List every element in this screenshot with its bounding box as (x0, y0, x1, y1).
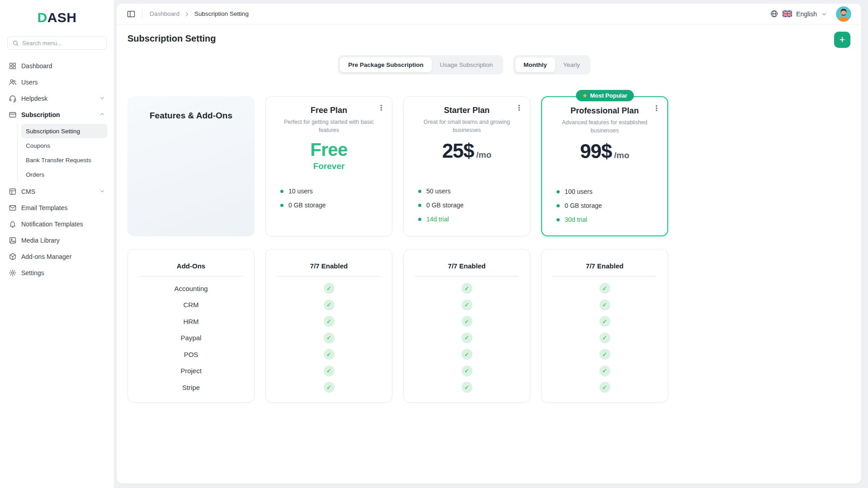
sidebar-item-label: CMS (21, 188, 35, 195)
check-icon: ✓ (599, 283, 610, 294)
main-panel: Dashboard Subscription Setting English (117, 4, 861, 483)
check-icon: ✓ (462, 316, 472, 327)
addon-check-row-stripe: ✓ (542, 379, 668, 396)
plan-feature: 30d trial (557, 216, 667, 223)
addon-check-row-accounting: ✓ (542, 280, 668, 297)
breadcrumb-dashboard[interactable]: Dashboard (150, 10, 179, 17)
check-icon: ✓ (599, 349, 610, 360)
topbar: Dashboard Subscription Setting English (117, 4, 861, 24)
check-icon: ✓ (599, 366, 610, 376)
email-templates-icon (9, 204, 17, 212)
addons-title: Add-Ons (128, 262, 254, 270)
logo-rest: ASH (47, 10, 77, 25)
addon-check-row-stripe: ✓ (404, 379, 530, 396)
title-row: Subscription Setting + (127, 32, 850, 48)
chevron-down-icon (99, 188, 105, 196)
topbar-divider (142, 9, 142, 19)
enabled-count-label: 7/7 Enabled (266, 262, 392, 270)
feature-dot-icon (557, 218, 560, 221)
language-selector[interactable]: English (796, 10, 817, 18)
sidebar-item-subscription[interactable]: Subscription (6, 107, 108, 123)
addon-check-row-paypal: ✓ (404, 330, 530, 347)
helpdesk-icon (9, 94, 17, 103)
plan-feature: 50 users (418, 188, 530, 195)
sidebar-subitem-subscription-setting[interactable]: Subscription Setting (21, 124, 108, 138)
plan-price-block: FreeForever (266, 140, 392, 174)
addon-check-row-project: ✓ (542, 363, 668, 380)
check-icon: ✓ (324, 283, 335, 294)
addon-check-row-accounting: ✓ (404, 280, 530, 297)
sidebar-item-label: Settings (21, 269, 44, 277)
addon-check-row-paypal: ✓ (542, 330, 668, 347)
check-icon: ✓ (599, 316, 610, 327)
plan-feature: 10 users (280, 188, 392, 195)
feature-label: 50 users (426, 188, 451, 195)
sidebar-item-cms[interactable]: CMS (6, 183, 108, 200)
globe-icon[interactable] (770, 9, 778, 18)
user-avatar[interactable] (836, 6, 851, 22)
sidebar-item-users[interactable]: Users (6, 74, 108, 90)
uk-flag-icon[interactable] (783, 10, 792, 17)
subscription-icon (9, 111, 17, 119)
check-icon: ✓ (599, 333, 610, 343)
feature-label: 100 users (565, 188, 592, 195)
notification-templates-icon (9, 220, 17, 228)
enabled-card-1: 7/7 Enabled✓✓✓✓✓✓✓ (265, 249, 392, 403)
most-popular-label: Most Popular (590, 93, 627, 99)
enabled-divider (415, 276, 519, 277)
sidebar-subitem-bank-transfer-requests[interactable]: Bank Transfer Requests (21, 153, 108, 167)
sidebar-item-helpdesk[interactable]: Helpdesk (6, 90, 108, 107)
plan-price: Free (266, 140, 392, 160)
sidebar-item-settings[interactable]: Settings (6, 265, 108, 281)
toggle-yearly[interactable]: Yearly (555, 57, 588, 72)
sidebar-subitem-coupons[interactable]: Coupons (21, 138, 108, 153)
plan-period: /mo (614, 150, 629, 160)
addon-check-row-hrm: ✓ (404, 313, 530, 330)
tab-usage-subscription[interactable]: Usage Subscription (432, 57, 501, 72)
tab-pre-package-subscription[interactable]: Pre Package Subscription (340, 57, 432, 72)
plan-price-block: 99$/mo (542, 140, 667, 174)
search-icon (12, 40, 19, 47)
plan-price-block: 25$/mo (404, 140, 530, 174)
feature-label: 10 users (288, 188, 313, 195)
sidebar-item-label: Media Library (21, 237, 60, 244)
kebab-menu-icon[interactable]: ⋮ (377, 104, 386, 114)
addon-item-crm: CRM (128, 297, 254, 314)
plan-period: Forever (266, 161, 392, 171)
feature-dot-icon (280, 190, 283, 193)
sidebar-item-label: Dashboard (21, 62, 52, 70)
sidebar-collapse-icon[interactable] (127, 9, 136, 19)
addons-card: Add-OnsAccountingCRMHRMPaypalPOSProjectS… (127, 249, 255, 403)
sidebar-nav: DashboardUsersHelpdeskSubscriptionSubscr… (0, 58, 114, 281)
sidebar-item-email-templates[interactable]: Email Templates (6, 200, 108, 216)
addon-item-hrm: HRM (128, 313, 254, 330)
add-plan-button[interactable]: + (834, 32, 850, 48)
sidebar-item-add-ons-manager[interactable]: Add-ons Manager (6, 249, 108, 265)
plan-feature-list: 100 users0 GB storage30d trial (557, 188, 667, 223)
addon-check-row-pos: ✓ (404, 346, 530, 363)
kebab-menu-icon[interactable]: ⋮ (652, 104, 661, 114)
chevron-down-icon[interactable] (821, 11, 827, 17)
sidebar-item-media-library[interactable]: Media Library (6, 232, 108, 249)
sidebar-item-dashboard[interactable]: Dashboard (6, 58, 108, 74)
addon-item-stripe: Stripe (128, 379, 254, 396)
check-icon: ✓ (462, 349, 472, 360)
features-addons-title: Features & Add-Ons (150, 111, 232, 236)
feature-label: 0 GB storage (426, 202, 464, 209)
plan-description: Advanced features for established busine… (555, 119, 655, 135)
plan-name: Professional Plan (542, 106, 667, 116)
check-icon: ✓ (324, 382, 335, 393)
addon-check-row-crm: ✓ (542, 297, 668, 314)
sidebar-search[interactable] (7, 36, 107, 50)
search-input[interactable] (22, 40, 102, 47)
enabled-card-3: 7/7 Enabled✓✓✓✓✓✓✓ (541, 249, 668, 403)
sidebar-subitem-orders[interactable]: Orders (21, 167, 108, 182)
addon-check-row-crm: ✓ (266, 297, 392, 314)
toggle-monthly[interactable]: Monthly (515, 57, 555, 72)
plan-price: 25$ (442, 140, 474, 162)
kebab-menu-icon[interactable]: ⋮ (514, 104, 524, 114)
star-icon: ★ (582, 93, 588, 99)
feature-dot-icon (418, 218, 421, 221)
addon-check-row-accounting: ✓ (266, 280, 392, 297)
sidebar-item-notification-templates[interactable]: Notification Templates (6, 216, 108, 232)
